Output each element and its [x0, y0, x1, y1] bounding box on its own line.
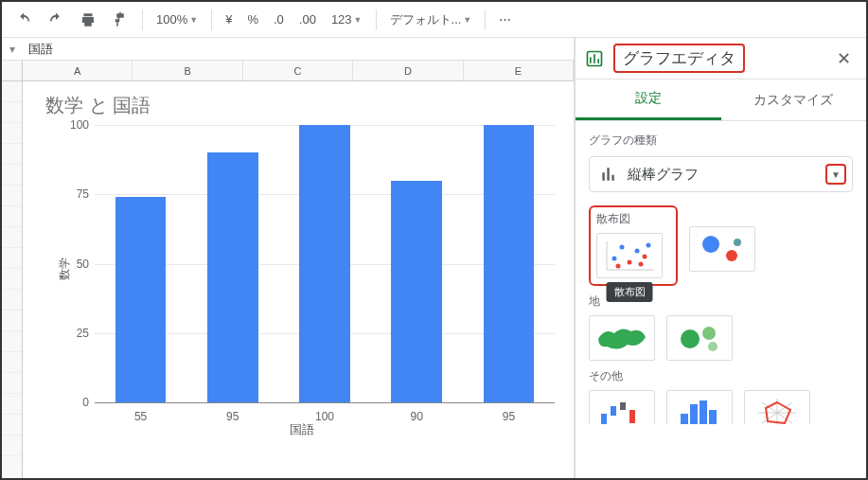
- svg-rect-20: [629, 410, 635, 423]
- chart-thumb-bubble[interactable]: [689, 226, 755, 272]
- chart-thumb-geo[interactable]: [589, 315, 655, 361]
- row-number[interactable]: [2, 123, 22, 144]
- bar[interactable]: [484, 125, 534, 402]
- y-tick-label: 0: [57, 396, 89, 409]
- separator: [376, 9, 377, 30]
- svg-point-3: [612, 257, 617, 261]
- chart-type-value: 縦棒グラフ: [628, 166, 699, 184]
- row-number[interactable]: [2, 102, 22, 123]
- x-tick-label: 100: [315, 410, 334, 423]
- row-number[interactable]: [2, 373, 22, 394]
- row-number[interactable]: [2, 165, 22, 186]
- svg-rect-24: [709, 410, 717, 424]
- row-numbers: [2, 81, 23, 478]
- increase-decimal-button[interactable]: .00: [293, 9, 322, 30]
- font-dropdown[interactable]: デフォルト...▼: [384, 8, 478, 32]
- close-button[interactable]: ✕: [831, 44, 857, 73]
- svg-point-14: [681, 329, 700, 348]
- bar[interactable]: [115, 197, 166, 402]
- formula-bar: ▾ 国語: [2, 38, 574, 61]
- row-number[interactable]: [2, 394, 22, 415]
- row-number[interactable]: [2, 227, 22, 248]
- row-number[interactable]: [2, 248, 22, 269]
- chart-thumb-radar[interactable]: [744, 390, 810, 424]
- plot-area: 025507510055951009095: [95, 125, 555, 402]
- row-number[interactable]: [2, 269, 22, 290]
- col-header-c[interactable]: C: [243, 61, 353, 80]
- svg-point-8: [647, 243, 651, 248]
- zoom-dropdown[interactable]: 100%▼: [151, 9, 204, 30]
- svg-rect-17: [601, 414, 607, 424]
- svg-rect-18: [611, 406, 616, 416]
- bar[interactable]: [391, 181, 441, 402]
- svg-rect-22: [690, 404, 698, 424]
- print-button[interactable]: [74, 8, 102, 32]
- chart-type-label: グラフの種類: [589, 133, 853, 149]
- row-number[interactable]: [2, 352, 22, 373]
- undo-button[interactable]: [9, 8, 38, 32]
- col-header-d[interactable]: D: [353, 61, 463, 80]
- chevron-down-icon[interactable]: ▼: [825, 164, 846, 185]
- chart-thumb-waterfall[interactable]: [589, 390, 655, 424]
- col-header-b[interactable]: B: [133, 61, 242, 80]
- decrease-decimal-button[interactable]: .0: [268, 9, 290, 30]
- row-number[interactable]: [2, 415, 22, 436]
- bar[interactable]: [299, 125, 349, 402]
- x-tick-label: 95: [226, 410, 239, 423]
- toolbar: 100%▼ ¥ % .0 .00 123▼ デフォルト...▼ ⋯: [2, 2, 866, 38]
- gridline: [95, 402, 555, 403]
- chart-editor-panel: グラフエディタ ✕ 設定 カスタマイズ グラフの種類 縦棒グラフ ▼ 散布図: [575, 38, 866, 478]
- scatter-tooltip: 散布図: [607, 282, 653, 302]
- svg-point-4: [620, 245, 625, 250]
- x-tick-label: 90: [411, 410, 423, 423]
- column-chart-icon: [599, 165, 618, 184]
- section-other-label: その他: [589, 368, 853, 384]
- separator: [142, 9, 143, 30]
- chart-thumb-histogram[interactable]: [666, 390, 733, 424]
- svg-point-10: [639, 262, 644, 267]
- svg-point-7: [643, 255, 647, 259]
- row-number[interactable]: [2, 331, 22, 352]
- currency-button[interactable]: ¥: [220, 9, 238, 30]
- bar[interactable]: [207, 152, 257, 402]
- svg-point-9: [616, 264, 621, 269]
- paint-format-button[interactable]: [106, 8, 134, 32]
- svg-rect-21: [681, 414, 688, 424]
- chart-thumb-geo-markers[interactable]: [666, 315, 733, 361]
- formula-toggle[interactable]: ▾: [2, 43, 23, 56]
- row-number[interactable]: [2, 436, 22, 456]
- chart-title: 数学 と 国語: [45, 93, 566, 118]
- chart-thumb-scatter[interactable]: 散布図: [596, 233, 663, 278]
- separator: [211, 9, 212, 30]
- percent-button[interactable]: %: [241, 9, 264, 30]
- panel-title: グラフエディタ: [613, 44, 745, 73]
- chart-container[interactable]: 数学 と 国語 数学 025507510055951009095 国語: [23, 81, 574, 478]
- panel-tabs: 設定 カスタマイズ: [576, 80, 866, 121]
- tab-setup[interactable]: 設定: [576, 80, 721, 120]
- tab-customize[interactable]: カスタマイズ: [721, 80, 867, 120]
- corner-cell[interactable]: [2, 61, 23, 80]
- row-number[interactable]: [2, 186, 22, 206]
- font-label: デフォルト...: [390, 11, 462, 28]
- formula-value[interactable]: 国語: [23, 41, 574, 58]
- row-number[interactable]: [2, 81, 22, 102]
- number-format-dropdown[interactable]: 123▼: [326, 9, 368, 30]
- chart-type-dropdown[interactable]: 縦棒グラフ ▼: [589, 156, 853, 192]
- svg-point-16: [708, 342, 717, 351]
- row-number[interactable]: [2, 290, 22, 311]
- row-number[interactable]: [2, 311, 22, 331]
- redo-button[interactable]: [42, 8, 70, 32]
- svg-point-15: [702, 327, 716, 340]
- svg-rect-23: [700, 400, 707, 424]
- col-header-a[interactable]: A: [23, 61, 133, 80]
- col-header-e[interactable]: E: [464, 61, 574, 80]
- sheet-area: ▾ 国語 A B C D E 数学 と 国語 数学 02550751005595…: [2, 38, 575, 478]
- svg-point-11: [702, 236, 719, 253]
- row-number[interactable]: [2, 206, 22, 227]
- x-tick-label: 95: [503, 410, 515, 423]
- row-number[interactable]: [2, 144, 22, 165]
- more-button[interactable]: ⋯: [493, 9, 517, 30]
- svg-point-5: [628, 260, 632, 265]
- section-scatter-label: 散布図: [596, 211, 670, 227]
- svg-point-6: [635, 249, 640, 254]
